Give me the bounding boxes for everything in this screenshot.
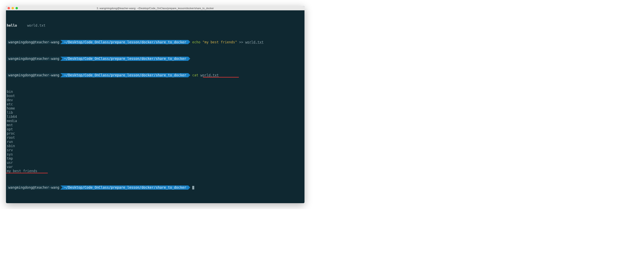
- output-line: srv: [6, 148, 304, 152]
- prompt-path-segment: ~/Desktop/Code_OnClass/prepare_lesson/do…: [60, 40, 188, 44]
- prompt-line-cat: wangmingdong@teacher-wang ~/Desktop/Code…: [6, 73, 304, 77]
- file-world-txt: world.txt: [27, 23, 45, 28]
- window-title: 3. wangmingdong@teacher-wang: ~/Desktop/…: [97, 7, 214, 10]
- ls-output-header: hello world.txt: [6, 23, 304, 28]
- cat-output: binbootdevetchomeliblib64mediamntoptproc…: [6, 90, 304, 173]
- prompt-line-current: wangmingdong@teacher-wang ~/Desktop/Code…: [6, 186, 304, 190]
- output-line: mnt: [6, 123, 304, 127]
- prompt-line-echo: wangmingdong@teacher-wang ~/Desktop/Code…: [6, 40, 304, 44]
- output-line: media: [6, 119, 304, 123]
- output-line: var: [6, 165, 304, 169]
- prompt-user-segment: wangmingdong@teacher-wang: [7, 40, 60, 44]
- output-line: lib64: [6, 115, 304, 119]
- output-line: usr: [6, 161, 304, 165]
- titlebar[interactable]: 3. wangmingdong@teacher-wang: ~/Desktop/…: [6, 6, 304, 10]
- prompt-user-segment: wangmingdong@teacher-wang: [7, 186, 60, 190]
- output-line: root: [6, 136, 304, 140]
- output-line: tmp: [6, 156, 304, 161]
- output-line: etc: [6, 102, 304, 106]
- command-cat: cat world.txt: [188, 73, 219, 77]
- output-line: boot: [6, 94, 304, 98]
- prompt-user-segment: wangmingdong@teacher-wang: [7, 57, 60, 61]
- annotation-underline-icon: [6, 173, 48, 173]
- close-icon[interactable]: [8, 7, 10, 9]
- terminal-body[interactable]: hello world.txt wangmingdong@teacher-wan…: [6, 10, 304, 203]
- prompt-user-segment: wangmingdong@teacher-wang: [7, 73, 60, 77]
- command-echo: echo "my best friends" >> world.txt: [188, 40, 264, 44]
- cursor-icon[interactable]: [192, 186, 194, 190]
- zoom-icon[interactable]: [16, 7, 18, 9]
- output-line: lib: [6, 111, 304, 115]
- prompt-path-segment: ~/Desktop/Code_OnClass/prepare_lesson/do…: [60, 57, 188, 61]
- output-line: my best friends: [6, 169, 304, 173]
- output-line: dev: [6, 98, 304, 102]
- traffic-lights: [8, 7, 18, 9]
- file-hello: hello: [7, 23, 17, 28]
- output-line: bin: [6, 90, 304, 94]
- prompt-path-segment: ~/Desktop/Code_OnClass/prepare_lesson/do…: [60, 73, 188, 77]
- annotation-underline-icon: [203, 77, 239, 77]
- minimize-icon[interactable]: [12, 7, 14, 9]
- output-line: sbin: [6, 144, 304, 148]
- output-line: sys: [6, 152, 304, 156]
- output-line: proc: [6, 131, 304, 136]
- output-line: opt: [6, 127, 304, 131]
- terminal-window: 3. wangmingdong@teacher-wang: ~/Desktop/…: [6, 6, 304, 203]
- prompt-line-empty: wangmingdong@teacher-wang ~/Desktop/Code…: [6, 57, 304, 61]
- output-line: run: [6, 140, 304, 144]
- output-line: home: [6, 106, 304, 111]
- prompt-path-segment: ~/Desktop/Code_OnClass/prepare_lesson/do…: [60, 186, 188, 190]
